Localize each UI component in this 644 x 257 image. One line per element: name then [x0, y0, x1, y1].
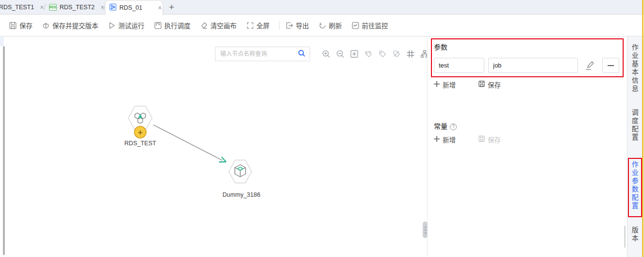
export-button[interactable]: 导出 [285, 20, 309, 30]
tab-rds-test1[interactable]: RDS_TEST1 × [0, 0, 45, 14]
edit-param-icon[interactable] [584, 60, 595, 73]
zoom-out-icon[interactable] [335, 49, 346, 59]
tab-label: RDS_01 [119, 4, 142, 11]
save-and-submit-version-button[interactable]: 保存并提交版本 [42, 20, 99, 30]
monitor-icon [351, 21, 360, 30]
node-dummy-3186[interactable] [228, 159, 252, 186]
help-icon[interactable]: ? [450, 123, 457, 130]
remove-param-button[interactable] [602, 58, 619, 73]
refresh-icon [318, 21, 327, 30]
save-constants-button-disabled: 保存 [478, 135, 501, 144]
schedule-icon [154, 21, 162, 30]
minus-icon [608, 65, 614, 66]
tab-rds-test2[interactable]: RDS RDS_TEST2 × [45, 0, 104, 14]
tag-icon[interactable] [377, 49, 388, 59]
node-add-connection-button[interactable]: + [134, 126, 147, 138]
side-tab-schedule-config[interactable]: 调度配置 [630, 109, 639, 142]
plus-icon [433, 81, 440, 89]
tab-label: RDS_TEST2 [60, 4, 95, 11]
new-tab-button[interactable]: + [163, 0, 180, 14]
tab-label: RDS_TEST1 [0, 4, 34, 11]
close-icon[interactable]: × [158, 4, 162, 11]
hide-tag-icon[interactable] [391, 49, 402, 59]
add-constant-button[interactable]: 新增 [433, 135, 456, 144]
node-label-rds-test: RDS_TEST [118, 140, 162, 147]
save-params-button[interactable]: 保存 [478, 80, 501, 89]
tab-rds-01[interactable]: RDS_01 × [105, 0, 163, 15]
side-tab-version[interactable]: 版本 [630, 226, 639, 243]
play-icon [108, 21, 116, 30]
window-edge-highlight [642, 0, 644, 257]
fit-view-icon[interactable] [349, 49, 360, 59]
toolbar-divider [279, 21, 280, 30]
zoom-in-icon[interactable] [321, 49, 331, 59]
constants-section-title: 常量? [434, 121, 457, 131]
save-icon [9, 21, 17, 30]
fullscreen-button[interactable]: 全屏 [246, 20, 270, 30]
save-icon [478, 80, 485, 89]
param-value-input[interactable] [488, 58, 578, 73]
rds-badge-icon: RDS [49, 4, 57, 11]
left-scrollbar[interactable] [3, 46, 5, 255]
fullscreen-icon [246, 21, 254, 30]
workflow-icon [109, 3, 116, 12]
export-icon [285, 21, 294, 30]
test-run-button[interactable]: 测试运行 [108, 20, 145, 30]
canvas-tools [321, 49, 430, 59]
side-tab-job-param-config[interactable]: 作业参数配置 [630, 161, 639, 210]
dag-canvas[interactable] [0, 36, 427, 257]
go-to-monitor-button[interactable]: 前往监控 [351, 20, 388, 30]
collapsed-left-panel [0, 37, 4, 46]
eraser-icon [200, 21, 208, 30]
editor-toolbar: 保存 保存并提交版本 测试运行 执行调度 清空画布 全屏 导出 刷新 [0, 15, 644, 36]
refresh-button[interactable]: 刷新 [318, 20, 342, 30]
search-icon[interactable] [297, 49, 306, 59]
right-panel-scrollbar[interactable] [624, 225, 626, 248]
node-search-input[interactable] [220, 51, 297, 57]
plus-icon [433, 136, 440, 144]
add-tag-icon[interactable] [363, 49, 374, 59]
save-button[interactable]: 保存 [9, 20, 33, 30]
save-icon [478, 135, 485, 144]
panel-resize-handle[interactable] [423, 222, 428, 238]
workflow-editor: RDS_TEST1 × RDS RDS_TEST2 × RDS_01 × + 保… [0, 0, 644, 257]
tab-bar: RDS_TEST1 × RDS RDS_TEST2 × RDS_01 × + [0, 0, 644, 15]
param-name-input[interactable] [434, 58, 484, 73]
add-param-button[interactable]: 新增 [433, 80, 456, 89]
node-search-box [215, 47, 310, 61]
grid-icon[interactable] [405, 49, 416, 59]
side-tab-job-basic-info[interactable]: 作业基本信息 [630, 44, 639, 93]
clear-canvas-button[interactable]: 清空画布 [200, 20, 237, 30]
execute-schedule-button[interactable]: 执行调度 [154, 20, 191, 30]
params-section-title: 参数 [434, 42, 447, 51]
node-label-dummy-3186: Dummy_3186 [218, 191, 264, 198]
upload-version-icon [42, 21, 50, 30]
